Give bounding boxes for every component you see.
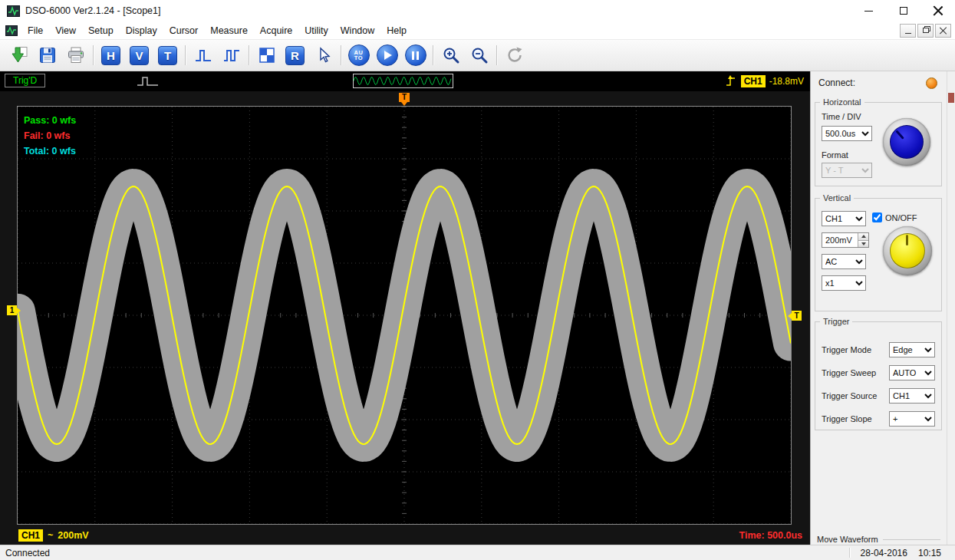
scope-bottom-labels: CH1 ~ 200mV Time: 500.0us <box>18 529 802 542</box>
trigger-slope-label: Trigger Slope <box>822 414 872 423</box>
import-icon <box>9 46 29 64</box>
trigger-sweep-select[interactable]: AUTO <box>889 365 935 380</box>
probe-select[interactable]: x1 <box>822 275 866 291</box>
trigger-sweep-label: Trigger Sweep <box>822 368 876 377</box>
trigger-channel-badge: CH1 <box>741 75 766 87</box>
menu-utility[interactable]: Utility <box>298 23 334 38</box>
pass-count: Pass: 0 wfs <box>24 113 76 128</box>
control-panel: Connect: Horizontal Time / DIV 500.0us F… <box>810 71 947 545</box>
statusbar-separator <box>849 548 850 558</box>
trigger-edge-icon <box>725 75 737 87</box>
trigger-mode-select[interactable]: Edge <box>889 342 935 357</box>
trigger-source-select[interactable]: CH1 <box>889 388 935 404</box>
format-select[interactable]: Y - T <box>822 163 872 178</box>
cursor-measure-button[interactable] <box>309 42 338 68</box>
trigger-level-value: -18.8mV <box>769 76 804 87</box>
record-button[interactable]: R <box>281 42 309 68</box>
menu-acquire[interactable]: Acquire <box>254 23 298 38</box>
mdi-close-button[interactable] <box>935 24 951 38</box>
channel-select[interactable]: CH1 <box>822 211 866 226</box>
panel-scrollbar[interactable] <box>947 71 955 545</box>
print-icon <box>67 46 85 64</box>
zoom-out-icon <box>469 45 489 65</box>
mdi-restore-button[interactable] <box>917 24 934 38</box>
minimize-button[interactable] <box>851 0 886 21</box>
scrollbar-thumb[interactable] <box>948 93 954 103</box>
volts-div-spinner[interactable]: 200mV <box>822 232 869 248</box>
scope-document-icon <box>5 25 18 36</box>
menu-view[interactable]: View <box>49 23 82 38</box>
toolbar-separator <box>249 45 249 65</box>
trigger-slope-select[interactable]: + <box>889 411 935 427</box>
section-divider <box>883 539 940 540</box>
zoom-out-button[interactable] <box>465 42 493 68</box>
zoom-in-button[interactable] <box>436 42 465 68</box>
menu-cursor[interactable]: Cursor <box>163 23 205 38</box>
menu-setup[interactable]: Setup <box>82 23 120 38</box>
close-icon <box>933 5 943 16</box>
menu-display[interactable]: Display <box>120 23 163 38</box>
trigger-preview-wave <box>354 74 453 87</box>
menu-measure[interactable]: Measure <box>204 23 254 38</box>
status-time: 10:15 <box>918 548 941 558</box>
mdi-minimize-icon <box>905 33 911 34</box>
toolbar: H V T R AUTO <box>0 40 955 71</box>
volts-div-value: 200mV <box>822 233 858 247</box>
channel-onoff-toggle[interactable]: ON/OFF <box>872 212 917 222</box>
autoset-button[interactable]: AUTO <box>344 42 373 68</box>
trigger-level-marker[interactable]: T <box>792 311 802 321</box>
spinner-down-button[interactable] <box>858 241 868 248</box>
coupling-select[interactable]: AC <box>822 254 866 269</box>
workspace: Trig'D CH1 -18.8mV T Pass: 0 wfs <box>0 71 955 545</box>
save-icon <box>38 46 57 64</box>
pass-fail-button[interactable] <box>252 42 281 68</box>
pause-button[interactable] <box>401 42 430 68</box>
toolbar-separator <box>185 45 186 65</box>
menu-file[interactable]: File <box>21 23 49 38</box>
mdi-restore-icon <box>923 28 929 33</box>
sync-button[interactable] <box>500 42 529 68</box>
fail-count: Fail: 0 wfs <box>24 128 76 143</box>
channel1-badge: CH1 <box>18 529 43 542</box>
titlebar: DSO-6000 Ver2.1.24 - [Scope1] <box>0 0 955 21</box>
time-per-div-label: Time: 500.0us <box>739 530 802 541</box>
close-button[interactable] <box>920 0 955 21</box>
vertical-setup-button[interactable]: V <box>125 42 153 68</box>
menubar: File View Setup Display Cursor Measure A… <box>0 21 955 40</box>
maximize-button[interactable] <box>886 0 920 21</box>
menu-help[interactable]: Help <box>380 23 413 38</box>
horizontal-group-title: Horizontal <box>820 97 864 107</box>
toolbar-separator <box>93 45 94 65</box>
horizontal-knob[interactable] <box>883 118 930 166</box>
trigger-coupling-icon <box>137 74 160 91</box>
horizontal-setup-button[interactable]: H <box>97 42 125 68</box>
mdi-minimize-button[interactable] <box>900 24 916 38</box>
vertical-group: Vertical CH1 ON/OFF 200mV AC x1 <box>815 198 942 311</box>
horizontal-group: Horizontal Time / DIV 500.0us Format Y -… <box>815 102 942 186</box>
toolbar-separator <box>433 45 433 65</box>
pulse-train-icon <box>222 46 241 64</box>
menu-window[interactable]: Window <box>334 23 380 38</box>
vertical-knob[interactable] <box>883 226 932 275</box>
run-button[interactable] <box>373 42 401 68</box>
time-div-label: Time / DIV <box>822 112 861 121</box>
pulse-train-button[interactable] <box>217 42 245 68</box>
vertical-setup-icon: V <box>130 46 149 65</box>
trigger-setup-button[interactable]: T <box>153 42 182 68</box>
maximize-icon <box>900 7 907 15</box>
trigger-setup-icon: T <box>158 46 177 65</box>
trigger-source-label: Trigger Source <box>822 391 877 400</box>
print-button[interactable] <box>61 42 90 68</box>
spinner-up-button[interactable] <box>858 233 868 241</box>
play-icon <box>377 44 398 66</box>
app-icon <box>7 5 20 17</box>
vertical-knob-pointer <box>906 235 908 245</box>
import-button[interactable] <box>5 42 33 68</box>
pulse-measure-button[interactable] <box>189 42 217 68</box>
channel-onoff-checkbox[interactable] <box>872 212 882 222</box>
channel1-position-marker[interactable]: 1 <box>7 305 17 315</box>
time-div-select[interactable]: 500.0us <box>822 126 872 141</box>
trigger-position-marker[interactable]: T <box>399 93 410 102</box>
save-button[interactable] <box>33 42 61 68</box>
volts-per-div-label: 200mV <box>58 530 88 541</box>
